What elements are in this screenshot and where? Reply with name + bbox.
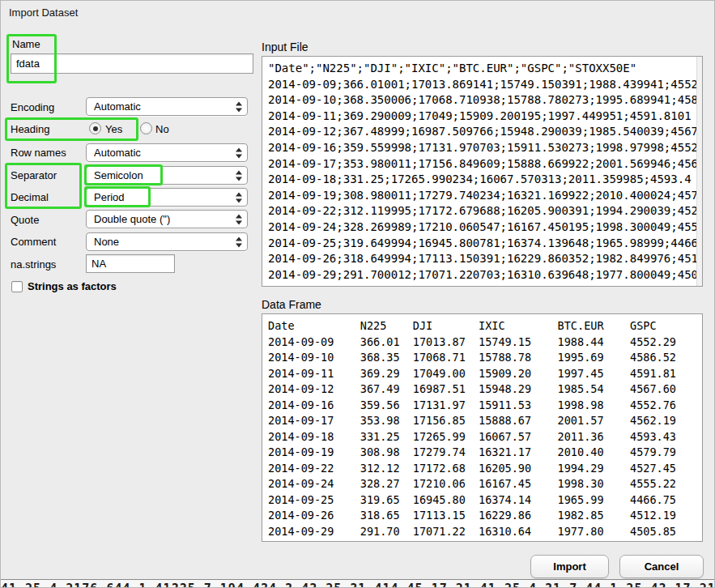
data-frame-row: 2014-09-17 353.98 17156.85 15888.67 2001…: [268, 413, 702, 429]
decimal-selected-value: Period: [94, 191, 125, 203]
input-file-line: 2014-09-25;319.649994;16945.800781;16374…: [268, 236, 702, 252]
separator-select[interactable]: Semicolon: [86, 166, 248, 185]
data-frame-row: 2014-09-10 368.35 17068.71 15788.78 1995…: [268, 350, 702, 366]
strings-as-factors-label[interactable]: Strings as factors: [28, 280, 117, 292]
input-file-line: 2014-09-29;291.700012;17071.220703;16310…: [268, 267, 702, 283]
data-frame-row: 2014-09-18 331.25 17265.99 16067.57 2011…: [268, 429, 702, 445]
dropdown-arrows-icon: [236, 192, 242, 202]
heading-no-radio[interactable]: [140, 122, 152, 134]
data-frame-header-row: Date N225 DJI IXIC BTC.EUR GSPC: [268, 318, 702, 334]
input-file-line: 2014-09-18;331.25;17265.990234;16067.570…: [268, 172, 702, 188]
na-strings-input-value: NA: [92, 258, 106, 270]
input-file-line: 2014-09-26;318.649994;17113.150391;16229…: [268, 251, 702, 267]
input-file-heading: Input File: [262, 40, 309, 53]
encoding-label: Encoding: [11, 101, 54, 113]
data-frame-row: 2014-09-24 328.27 17210.06 16167.45 1998…: [268, 476, 702, 492]
data-frame-content: Date N225 DJI IXIC BTC.EUR GSPC2014-09-0…: [268, 318, 702, 539]
row-names-select[interactable]: Automatic: [86, 143, 248, 162]
encoding-select[interactable]: Automatic: [86, 97, 248, 116]
comment-select[interactable]: None: [86, 232, 248, 251]
data-frame-row: 2014-09-16 359.56 17131.97 15911.53 1998…: [268, 398, 702, 414]
dropdown-arrows-icon: [236, 236, 242, 247]
heading-no-label[interactable]: No: [155, 123, 169, 135]
input-file-content: "Date";"N225";"DJI";"IXIC";"BTC.EUR";"GS…: [268, 61, 702, 283]
input-file-line: "Date";"N225";"DJI";"IXIC";"BTC.EUR";"GS…: [268, 61, 702, 77]
data-frame-row: 2014-09-12 367.49 16987.51 15948.29 1985…: [268, 381, 702, 398]
input-file-line: 2014-09-11;369.290009;17049;15909.200195…: [268, 109, 702, 125]
comment-label: Comment: [11, 236, 56, 248]
input-file-line: 2014-09-16;359.559998;17131.970703;15911…: [268, 140, 702, 156]
background-clipped-text: 41.25 4.2176 644 1.41335 7.194 434.3 43.…: [1, 581, 715, 588]
dropdown-arrows-icon: [236, 147, 242, 158]
name-input[interactable]: fdata: [11, 53, 253, 74]
dropdown-arrows-icon: [236, 170, 242, 181]
input-file-line: 2014-09-22;312.119995;17172.679688;16205…: [268, 203, 702, 219]
heading-yes-label[interactable]: Yes: [105, 123, 122, 135]
heading-yes-radio[interactable]: [89, 122, 101, 134]
data-frame-heading: Data Frame: [262, 298, 321, 311]
data-frame-row: 2014-09-29 291.70 17071.22 16310.64 1977…: [268, 524, 702, 540]
data-frame-row: 2014-09-25 319.65 16945.80 16374.14 1965…: [268, 492, 702, 509]
input-file-scrollbar[interactable]: [696, 57, 702, 286]
data-frame-row: 2014-09-11 369.29 17049.00 15909.20 1997…: [268, 366, 702, 382]
na-strings-input[interactable]: NA: [86, 254, 175, 273]
import-dataset-dialog: Import Dataset Name fdata Encoding Autom…: [0, 0, 715, 588]
data-frame-row: 2014-09-22 312.12 17172.68 16205.90 1994…: [268, 461, 702, 477]
strings-as-factors-checkbox[interactable]: [11, 281, 23, 292]
data-frame-preview[interactable]: Date N225 DJI IXIC BTC.EUR GSPC2014-09-0…: [262, 313, 703, 542]
input-file-preview[interactable]: "Date";"N225";"DJI";"IXIC";"BTC.EUR";"GS…: [262, 56, 703, 287]
quote-select[interactable]: Double quote ("): [86, 210, 248, 228]
cancel-button[interactable]: Cancel: [619, 555, 704, 578]
heading-label: Heading: [11, 123, 49, 135]
background-clipped-row: 41.25 4.2176 644 1.41335 7.194 434.3 43.…: [1, 579, 715, 588]
quote-selected-value: Double quote ("): [94, 213, 170, 225]
input-file-line: 2014-09-17;353.980011;17156.849609;15888…: [268, 156, 702, 173]
separator-selected-value: Semicolon: [94, 169, 143, 181]
row-names-selected-value: Automatic: [94, 147, 141, 159]
input-file-line: 2014-09-24;328.269989;17210.060547;16167…: [268, 219, 702, 236]
dropdown-arrows-icon: [236, 214, 242, 224]
input-file-line: 2014-09-09;366.01001;17013.869141;15749.…: [268, 77, 702, 93]
encoding-selected-value: Automatic: [94, 100, 141, 113]
import-button[interactable]: Import: [530, 555, 609, 578]
radio-dot: [93, 126, 98, 131]
name-input-value: fdata: [16, 58, 40, 70]
data-frame-row: 2014-09-09 366.01 17013.87 15749.15 1988…: [268, 334, 702, 351]
quote-label: Quote: [11, 214, 39, 226]
input-file-line: 2014-09-10;368.350006;17068.710938;15788…: [268, 92, 702, 109]
decimal-label: Decimal: [11, 191, 49, 203]
input-file-line: 2014-09-19;308.980011;17279.740234;16321…: [268, 188, 702, 204]
input-file-line: 2014-09-12;367.48999;16987.509766;15948.…: [268, 124, 702, 140]
comment-selected-value: None: [94, 236, 119, 248]
data-frame-row: 2014-09-19 308.98 17279.74 16321.17 2010…: [268, 445, 702, 461]
decimal-select[interactable]: Period: [86, 188, 248, 207]
dialog-title: Import Dataset: [9, 6, 78, 19]
separator-label: Separator: [11, 169, 57, 181]
name-label: Name: [12, 38, 40, 50]
row-names-label: Row names: [11, 147, 66, 159]
data-frame-row: 2014-09-26 318.65 17113.15 16229.86 1982…: [268, 508, 702, 524]
na-strings-label: na.strings: [11, 258, 56, 271]
dropdown-arrows-icon: [236, 101, 242, 112]
